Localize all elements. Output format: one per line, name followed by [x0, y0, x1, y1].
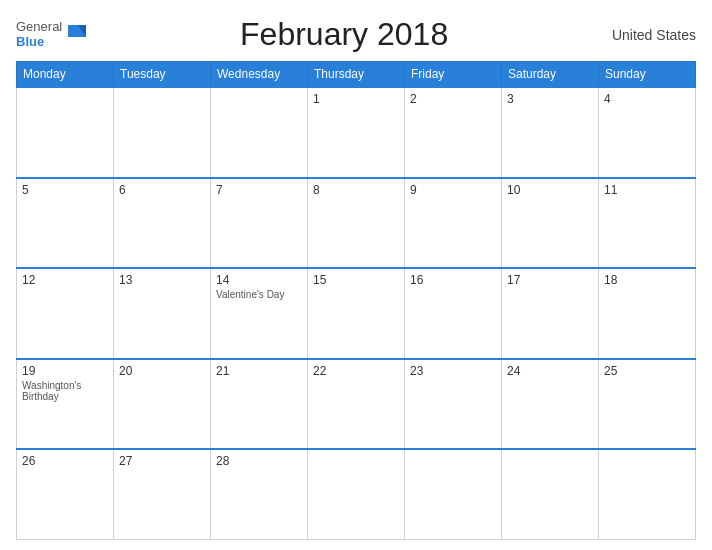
logo-blue: Blue	[16, 35, 62, 49]
calendar-cell	[405, 449, 502, 540]
calendar-cell: 16	[405, 268, 502, 359]
logo: General Blue	[16, 20, 92, 49]
day-number: 1	[313, 92, 399, 106]
calendar-cell: 18	[599, 268, 696, 359]
calendar-cell: 27	[114, 449, 211, 540]
day-number: 18	[604, 273, 690, 287]
calendar-cell: 11	[599, 178, 696, 269]
day-number: 15	[313, 273, 399, 287]
day-number: 4	[604, 92, 690, 106]
calendar-cell	[502, 449, 599, 540]
calendar-cell	[211, 87, 308, 178]
calendar-cell: 25	[599, 359, 696, 450]
day-number: 17	[507, 273, 593, 287]
calendar-page: General Blue February 2018 United States…	[0, 0, 712, 550]
calendar-body: 1234567891011121314Valentine's Day151617…	[17, 87, 696, 540]
week-row-3: 121314Valentine's Day15161718	[17, 268, 696, 359]
logo-icon	[64, 21, 92, 49]
day-event: Valentine's Day	[216, 289, 302, 300]
header-thursday: Thursday	[308, 62, 405, 88]
calendar-cell: 14Valentine's Day	[211, 268, 308, 359]
calendar-cell	[17, 87, 114, 178]
weekday-header-row: Monday Tuesday Wednesday Thursday Friday…	[17, 62, 696, 88]
day-number: 27	[119, 454, 205, 468]
day-event: Washington's Birthday	[22, 380, 108, 402]
header: General Blue February 2018 United States	[16, 16, 696, 53]
day-number: 13	[119, 273, 205, 287]
calendar-cell: 1	[308, 87, 405, 178]
header-wednesday: Wednesday	[211, 62, 308, 88]
day-number: 7	[216, 183, 302, 197]
calendar-cell: 21	[211, 359, 308, 450]
day-number: 28	[216, 454, 302, 468]
header-tuesday: Tuesday	[114, 62, 211, 88]
calendar-cell: 6	[114, 178, 211, 269]
calendar-cell: 9	[405, 178, 502, 269]
calendar-cell: 17	[502, 268, 599, 359]
day-number: 6	[119, 183, 205, 197]
day-number: 5	[22, 183, 108, 197]
header-friday: Friday	[405, 62, 502, 88]
day-number: 20	[119, 364, 205, 378]
day-number: 14	[216, 273, 302, 287]
calendar-cell: 13	[114, 268, 211, 359]
day-number: 16	[410, 273, 496, 287]
calendar-cell: 2	[405, 87, 502, 178]
day-number: 8	[313, 183, 399, 197]
day-number: 9	[410, 183, 496, 197]
calendar-cell: 8	[308, 178, 405, 269]
calendar-cell: 12	[17, 268, 114, 359]
day-number: 25	[604, 364, 690, 378]
day-number: 26	[22, 454, 108, 468]
day-number: 23	[410, 364, 496, 378]
day-number: 2	[410, 92, 496, 106]
calendar-cell: 10	[502, 178, 599, 269]
logo-text: General Blue	[16, 20, 62, 49]
day-number: 24	[507, 364, 593, 378]
country-label: United States	[596, 27, 696, 43]
calendar-cell: 22	[308, 359, 405, 450]
calendar-cell	[599, 449, 696, 540]
logo-general: General	[16, 20, 62, 34]
week-row-1: 1234	[17, 87, 696, 178]
calendar-cell	[114, 87, 211, 178]
day-number: 21	[216, 364, 302, 378]
calendar-cell: 15	[308, 268, 405, 359]
week-row-4: 19Washington's Birthday202122232425	[17, 359, 696, 450]
calendar-cell: 26	[17, 449, 114, 540]
week-row-5: 262728	[17, 449, 696, 540]
day-number: 10	[507, 183, 593, 197]
calendar-cell: 24	[502, 359, 599, 450]
week-row-2: 567891011	[17, 178, 696, 269]
calendar-title: February 2018	[92, 16, 596, 53]
calendar-table: Monday Tuesday Wednesday Thursday Friday…	[16, 61, 696, 540]
header-sunday: Sunday	[599, 62, 696, 88]
day-number: 12	[22, 273, 108, 287]
calendar-cell: 4	[599, 87, 696, 178]
day-number: 19	[22, 364, 108, 378]
header-saturday: Saturday	[502, 62, 599, 88]
day-number: 11	[604, 183, 690, 197]
calendar-cell: 20	[114, 359, 211, 450]
day-number: 22	[313, 364, 399, 378]
day-number: 3	[507, 92, 593, 106]
calendar-cell: 5	[17, 178, 114, 269]
calendar-cell: 7	[211, 178, 308, 269]
calendar-cell: 19Washington's Birthday	[17, 359, 114, 450]
calendar-cell: 28	[211, 449, 308, 540]
calendar-cell	[308, 449, 405, 540]
header-monday: Monday	[17, 62, 114, 88]
calendar-cell: 23	[405, 359, 502, 450]
calendar-cell: 3	[502, 87, 599, 178]
